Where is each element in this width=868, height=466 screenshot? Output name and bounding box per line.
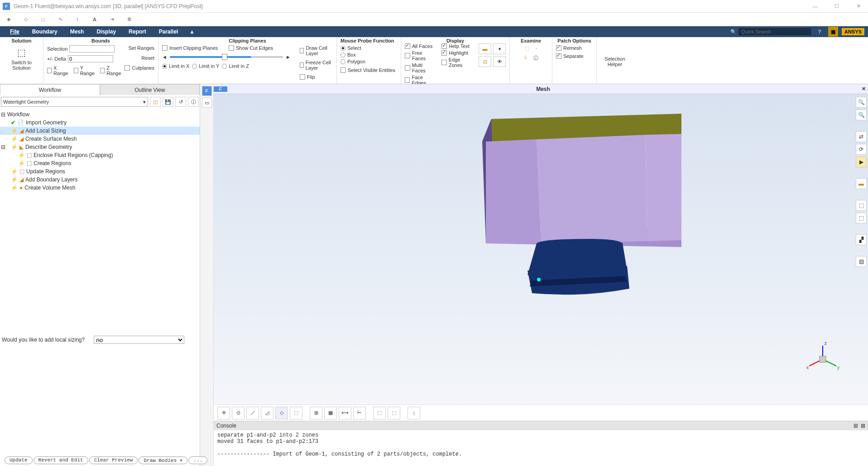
selection-helper-button[interactable]: Selection Helper	[595, 45, 634, 69]
stats-icon[interactable]: ⁞	[73, 15, 82, 24]
revert-button[interactable]: Revert and Edit	[34, 456, 88, 464]
multi-faces-check[interactable]: Multi Faces	[405, 62, 437, 73]
gutter-rect-icon[interactable]: ▭	[202, 98, 212, 108]
wf-btn-3[interactable]: ↺	[175, 97, 186, 107]
separate-check[interactable]: Separate	[556, 53, 584, 59]
tab-outline[interactable]: Outline View	[100, 84, 200, 95]
vtool-box2[interactable]: ⬚	[388, 407, 400, 419]
tree-item-create-regions[interactable]: ⚡ ⬚ Create Regions	[0, 159, 200, 167]
help-button[interactable]: ?	[815, 27, 825, 37]
vtool-axes[interactable]: ✢	[217, 407, 230, 419]
maximize-button[interactable]: ☐	[830, 2, 844, 11]
menu-mesh[interactable]: Mesh	[64, 26, 91, 37]
switch-to-solution-button[interactable]: ⬚ Switch to Solution	[2, 45, 41, 72]
slider-right-arrow[interactable]: ►	[286, 54, 291, 60]
limit-y-radio[interactable]: Limit in Y	[192, 63, 219, 69]
examine-icon-3[interactable]: └	[523, 56, 527, 61]
menu-file[interactable]: File	[4, 26, 26, 37]
help-text-check[interactable]: Help Text	[441, 43, 474, 49]
rtool-bar[interactable]: ▬	[856, 178, 867, 189]
display-icon-2[interactable]: ✦	[493, 43, 506, 54]
vtool-grid[interactable]: ▦	[324, 407, 337, 419]
tree-item-update-regions[interactable]: ⚡ ⬚ Update Regions	[0, 167, 200, 176]
cube-icon[interactable]: ◈	[5, 15, 13, 24]
tree-item-volume-mesh[interactable]: ⚡ ● Create Volume Mesh	[0, 184, 200, 192]
vtool-box1[interactable]: ⬚	[373, 407, 386, 419]
box-icon[interactable]: □	[39, 15, 47, 24]
slider-left-arrow[interactable]: ◄	[162, 54, 167, 60]
clear-preview-button[interactable]: Clear Preview	[89, 456, 138, 464]
mesh-close-button[interactable]: ✕	[859, 86, 868, 92]
rtool-flag[interactable]: ▶	[856, 157, 867, 167]
rtool-cube1[interactable]: ⬚	[856, 200, 867, 211]
question-select[interactable]: no	[94, 336, 184, 344]
console-expand-button[interactable]: ⊞	[854, 423, 858, 429]
vtool-angle[interactable]: ◿	[261, 407, 273, 419]
vtool-face[interactable]: ◇	[275, 407, 288, 419]
wf-btn-1[interactable]: ◫	[150, 97, 161, 107]
display-icon-3[interactable]: ⊡	[479, 56, 491, 67]
curve-icon[interactable]: ∿	[56, 15, 64, 24]
selection-input[interactable]	[69, 45, 115, 52]
vtool-edge[interactable]: ／	[246, 407, 259, 419]
insert-clipping-check[interactable]: Insert Clipping Planes	[162, 45, 218, 51]
limit-x-radio[interactable]: Limit in X	[162, 63, 189, 69]
update-button[interactable]: Update	[5, 456, 33, 464]
list-icon[interactable]: ≣	[125, 15, 133, 24]
axis-triad[interactable]: x y z	[805, 341, 841, 377]
rtool-doc[interactable]: ▤	[856, 256, 867, 267]
workflow-type-select[interactable]: Watertight Geometry▾	[1, 97, 148, 107]
settings-button[interactable]: ▦	[828, 27, 838, 37]
close-button[interactable]: ✕	[852, 2, 865, 11]
polygon-radio[interactable]: Polygon	[340, 59, 395, 64]
free-faces-check[interactable]: Free Faces	[405, 50, 437, 61]
vtool-measure[interactable]: ⊢	[353, 407, 366, 419]
console-close-button[interactable]: ⊠	[861, 423, 865, 429]
console-output[interactable]: separate p1-and-p2 into 2 zones moved 31…	[214, 430, 868, 466]
rtool-graph[interactable]: ▞	[856, 234, 867, 245]
set-ranges-button[interactable]: Set Ranges	[129, 45, 154, 51]
vtool-dim[interactable]: ⟷	[339, 407, 351, 419]
yrange-check[interactable]: Y Range	[74, 65, 96, 76]
menu-report[interactable]: Report	[122, 26, 153, 37]
tree-item-enclose[interactable]: ⚡ ⬚ Enclose Fluid Regions (Capping)	[0, 151, 200, 159]
reset-button[interactable]: Reset	[141, 55, 154, 61]
clip-slider[interactable]	[170, 56, 251, 58]
draw-cell-check[interactable]: Draw Cell Layer	[300, 45, 333, 56]
wireframe-icon[interactable]: ◇	[22, 15, 30, 24]
rtool-cube2[interactable]: ⬚	[856, 213, 867, 223]
menu-boundary[interactable]: Boundary	[26, 26, 64, 37]
highlight-check[interactable]: Highlight	[441, 50, 474, 56]
rtool-arrows[interactable]: ⇄	[856, 131, 867, 142]
rtool-refresh[interactable]: ⟳	[856, 144, 867, 155]
letter-a-icon[interactable]: A	[91, 15, 99, 24]
minimize-button[interactable]: —	[808, 2, 822, 11]
tab-workflow[interactable]: Workflow	[0, 84, 100, 95]
cutplanes-check[interactable]: Cutplanes	[125, 65, 154, 71]
box-radio[interactable]: Box	[340, 52, 395, 57]
flip-check[interactable]: Flip	[300, 74, 333, 80]
display-icon-4[interactable]: 👁	[493, 56, 506, 67]
grid-arrow-icon[interactable]: ⇥	[108, 15, 116, 24]
zoom-out-button[interactable]: 🔍	[856, 109, 867, 120]
more-button[interactable]: ...	[188, 456, 207, 464]
select-radio[interactable]: Select	[340, 45, 395, 51]
vtool-multi[interactable]: ⊞	[310, 407, 322, 419]
freeze-cell-check[interactable]: Freeze Cell Layer	[300, 60, 333, 71]
all-faces-check[interactable]: All Faces	[405, 43, 437, 49]
edge-zones-check[interactable]: Edge Zones	[441, 57, 474, 68]
tree-item-import[interactable]: ✔ 📄 Import Geometry	[0, 119, 200, 127]
delta-input[interactable]	[68, 55, 113, 62]
vtool-body[interactable]: ⬚	[290, 407, 302, 419]
examine-icon-2[interactable]: ◦	[536, 46, 537, 51]
zrange-check[interactable]: Z Range	[100, 65, 122, 76]
limit-z-radio[interactable]: Limit in Z	[222, 63, 249, 69]
examine-icon-4[interactable]: ⓘ	[533, 55, 538, 62]
tree-item-surface-mesh[interactable]: ⚡ ◢ Create Surface Mesh	[0, 135, 200, 143]
xrange-check[interactable]: X Range	[47, 65, 69, 76]
tree-item-describe[interactable]: ⊟⚡ ◣ Describe Geometry	[0, 143, 200, 151]
show-cut-check[interactable]: Show Cut Edges	[229, 45, 273, 51]
menu-more[interactable]: ▴	[184, 26, 200, 37]
wf-btn-2[interactable]: 💾	[163, 97, 173, 107]
tree-root[interactable]: ⊟ Workflow	[0, 110, 200, 119]
